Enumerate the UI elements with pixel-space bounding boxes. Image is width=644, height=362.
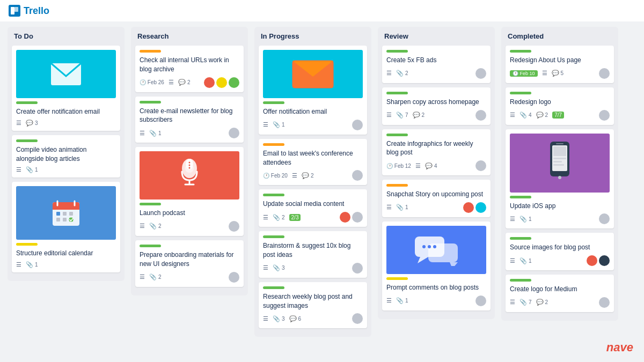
meta-list: ☰ (263, 121, 268, 128)
card-avatars (352, 120, 363, 130)
header: Trello (0, 0, 644, 21)
card-comp-3[interactable]: Update iOS app ☰ 📎 1 (506, 129, 614, 229)
trello-icon (9, 5, 20, 17)
avatar (216, 77, 227, 88)
card-res-2[interactable]: Create e-mail newsletter for blog subscr… (135, 97, 244, 143)
meta-list: ☰ (292, 172, 297, 179)
svg-point-19 (189, 167, 191, 169)
card-title: Research weekly blog post and suggest im… (263, 292, 363, 311)
avatar (352, 212, 363, 223)
svg-point-30 (422, 245, 426, 248)
meta-list: ☰ (386, 70, 392, 77)
card-meta: ☰ 📎 2 (386, 68, 486, 79)
meta-clips: 📎 3 (273, 264, 285, 271)
card-comp-1[interactable]: Redesign About Us page 🕐 Feb 10 ☰ 💬 5 (506, 46, 614, 83)
card-ip-3[interactable]: Update social media content ☰ 📎 2 2/3 (259, 189, 367, 227)
card-label (16, 243, 38, 246)
card-meta: ☰ 📎 2 2/3 (263, 212, 363, 223)
card-label (510, 196, 531, 198)
card-todo-3[interactable]: Structure editorial calendar ☰ 📎 1 (12, 182, 120, 272)
card-rev-1[interactable]: Create 5x FB ads ☰ 📎 2 (382, 46, 491, 83)
card-rev-4[interactable]: Snapchat Story on upcoming post ☰ 📎 1 (382, 180, 491, 217)
card-avatars (599, 68, 610, 79)
card-title: Offer notification email (263, 107, 363, 116)
card-meta: ☰ 📎 1 (386, 295, 486, 306)
card-comp-4[interactable]: Source images for blog post ☰ 📎 1 (506, 233, 614, 270)
card-label (16, 101, 38, 104)
card-title: Compile video animation alongside blog a… (16, 145, 116, 164)
svg-rect-38 (553, 164, 564, 166)
avatar (352, 120, 363, 130)
card-image-mic (140, 151, 239, 200)
svg-rect-7 (63, 212, 67, 216)
card-ip-1[interactable]: Offer notification email ☰ 📎 1 (259, 46, 367, 135)
card-rev-2[interactable]: Sharpen copy across homepage ☰ 📎 7 💬 2 (382, 87, 491, 125)
card-avatars (352, 313, 363, 324)
card-title: Create 5x FB ads (386, 56, 486, 65)
meta-date: 🕐 Feb 12 (386, 163, 411, 169)
avatar (352, 313, 363, 324)
card-label (386, 277, 408, 280)
avatar (463, 202, 474, 213)
card-title: Check all internal URLs work in blog arc… (140, 56, 239, 74)
meta-list: ☰ (510, 299, 515, 306)
avatar (229, 128, 239, 138)
card-label (263, 101, 284, 104)
card-meta: 🕐 Feb 12 ☰ 💬 4 (386, 160, 486, 171)
card-res-4[interactable]: Prepare onboarding materials for new UI … (135, 240, 244, 287)
card-title: Brainstorm & suggest 10x blog post ideas (263, 241, 363, 260)
card-rev-3[interactable]: Create infographics for weekly blog post… (382, 129, 491, 176)
card-label (510, 237, 531, 240)
card-label (263, 194, 284, 196)
meta-list: ☰ (140, 223, 145, 230)
card-label (140, 101, 161, 104)
svg-rect-37 (553, 161, 562, 162)
card-label (140, 203, 161, 205)
card-avatars (204, 77, 239, 88)
svg-rect-36 (553, 158, 566, 159)
card-meta: ☰ 📎 3 (263, 263, 363, 274)
svg-rect-3 (53, 205, 79, 210)
card-comp-2[interactable]: Redesign logo ☰ 📎 4 💬 2 7/7 (506, 87, 614, 125)
meta-list: ☰ (169, 79, 174, 86)
card-ip-4[interactable]: Brainstorm & suggest 10x blog post ideas… (259, 231, 367, 278)
meta-list: ☰ (16, 120, 21, 127)
meta-list: ☰ (386, 112, 392, 119)
card-rev-5[interactable]: Prompt comments on blog posts ☰ 📎 1 (382, 221, 491, 311)
meta-clips: 📎 2 (273, 214, 285, 221)
card-image-phone (510, 134, 610, 193)
card-todo-1[interactable]: Create offer notification email ☰ 💬 3 (12, 46, 120, 131)
card-avatars (475, 295, 486, 306)
avatar (475, 68, 486, 79)
card-res-1[interactable]: Check all internal URLs work in blog arc… (135, 46, 244, 92)
svg-point-31 (428, 245, 431, 248)
avatar (229, 221, 239, 232)
card-ip-5[interactable]: Research weekly blog post and suggest im… (259, 282, 367, 329)
card-label (16, 139, 38, 142)
card-comp-5[interactable]: Create logo for Medium ☰ 📎 7 💬 2 (506, 275, 614, 312)
avatar (587, 255, 597, 266)
card-title: Launch podcast (140, 209, 239, 218)
card-label (510, 279, 531, 282)
meta-clips: 📎 4 (519, 112, 532, 119)
card-meta: 🕐 Feb 20 ☰ 💬 2 (263, 170, 363, 181)
column-inprogress-title: In Progress (259, 31, 367, 41)
meta-clips: 📎 2 (149, 223, 162, 230)
card-res-3[interactable]: Launch podcast ☰ 📎 2 (135, 147, 244, 236)
column-review: Review Create 5x FB ads ☰ 📎 2 Sharpen co… (378, 27, 495, 319)
meta-comments: 💬 6 (289, 315, 302, 322)
card-title: Source images for blog post (510, 243, 610, 252)
card-meta: ☰ 📎 1 (386, 202, 486, 213)
meta-clips: 📎 1 (26, 166, 38, 173)
card-title: Sharpen copy across homepage (386, 98, 486, 107)
card-title: Prompt comments on blog posts (386, 283, 486, 292)
meta-clips: 📎 1 (273, 121, 285, 128)
card-meta: ☰ 📎 1 (263, 120, 363, 130)
card-ip-2[interactable]: Email to last week's conference attendee… (259, 139, 367, 186)
card-todo-2[interactable]: Compile video animation alongside blog a… (12, 135, 120, 178)
column-research: Research Check all internal URLs work in… (131, 27, 248, 295)
meta-clips: 📎 1 (396, 297, 408, 304)
card-avatars (587, 255, 610, 266)
meta-list: ☰ (415, 162, 421, 169)
card-meta: ☰ 📎 3 💬 6 (263, 313, 363, 324)
